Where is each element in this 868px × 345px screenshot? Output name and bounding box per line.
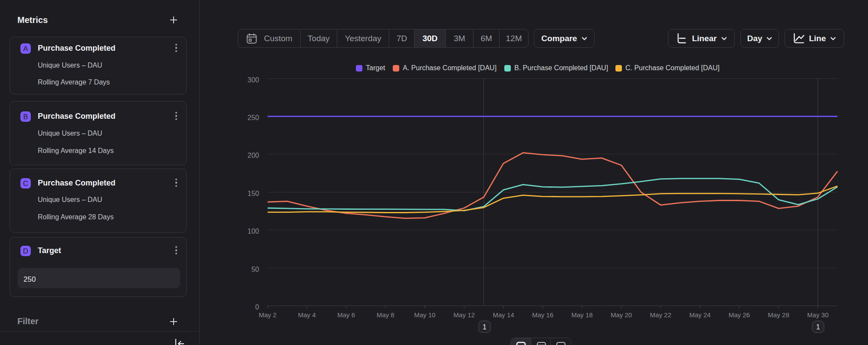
svg-text:150: 150 xyxy=(247,190,259,197)
svg-text:1: 1 xyxy=(816,323,820,331)
svg-text:May 10: May 10 xyxy=(414,311,435,319)
svg-text:May 8: May 8 xyxy=(377,311,395,319)
svg-text:May 6: May 6 xyxy=(337,311,355,319)
svg-text:100: 100 xyxy=(247,228,259,235)
svg-text:1: 1 xyxy=(483,323,487,331)
svg-text:May 18: May 18 xyxy=(571,311,592,319)
svg-text:May 22: May 22 xyxy=(650,311,671,319)
svg-text:May 26: May 26 xyxy=(729,311,750,319)
svg-text:May 30: May 30 xyxy=(807,311,829,319)
svg-text:May 4: May 4 xyxy=(298,311,316,319)
svg-text:May 16: May 16 xyxy=(532,311,553,319)
svg-text:300: 300 xyxy=(247,76,259,84)
svg-text:50: 50 xyxy=(251,266,259,273)
svg-text:200: 200 xyxy=(247,152,259,159)
svg-text:May 20: May 20 xyxy=(611,311,632,319)
svg-text:May 14: May 14 xyxy=(493,311,514,319)
svg-text:May 24: May 24 xyxy=(689,311,710,319)
svg-text:250: 250 xyxy=(247,114,259,121)
svg-text:May 28: May 28 xyxy=(768,311,789,319)
svg-text:0: 0 xyxy=(255,303,259,311)
svg-text:May 2: May 2 xyxy=(259,311,276,319)
svg-text:May 12: May 12 xyxy=(454,311,475,319)
